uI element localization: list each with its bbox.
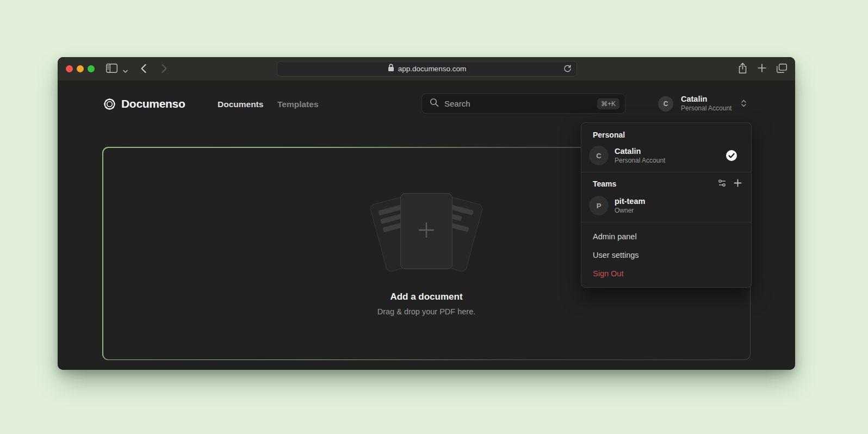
desktop-background: app.documenso.com [0, 0, 868, 434]
account-menu-trigger[interactable]: Catalin Personal Account [681, 95, 731, 112]
sidebar-icon [106, 64, 117, 75]
share-icon [738, 63, 747, 76]
back-chevron-icon [140, 64, 147, 75]
zoom-window-button[interactable] [88, 65, 95, 72]
lock-icon [388, 64, 394, 74]
document-stack-illustration [369, 191, 484, 273]
add-team-button[interactable] [734, 179, 742, 189]
nav-documents[interactable]: Documents [218, 100, 263, 109]
search-icon [430, 98, 439, 109]
address-bar[interactable]: app.documenso.com [277, 61, 577, 77]
document-card-center [400, 193, 452, 269]
plus-icon [734, 179, 742, 189]
new-tab-button[interactable] [758, 64, 766, 74]
personal-avatar: C [589, 146, 609, 165]
tab-overview-button[interactable] [777, 64, 787, 75]
browser-toolbar: app.documenso.com [58, 57, 795, 80]
account-dropdown-menu: Personal C Catalin Personal Account [581, 122, 752, 288]
brand-wordmark[interactable]: Documenso [121, 97, 185, 110]
search-box[interactable]: ⌘+K [421, 94, 625, 114]
refresh-icon [563, 65, 572, 75]
dropzone-subtitle: Drag & drop your PDF here. [377, 307, 476, 316]
tab-group-chevron-button[interactable] [123, 67, 128, 75]
menu-item-sign-out[interactable]: Sign Out [581, 264, 751, 283]
account-avatar[interactable]: C [658, 96, 673, 111]
personal-subtitle: Personal Account [615, 157, 665, 164]
menu-item-admin-panel[interactable]: Admin panel [581, 227, 751, 246]
chevron-down-icon [123, 67, 128, 75]
sidebar-toggle-button[interactable] [106, 64, 117, 75]
team-role: Owner [615, 207, 645, 214]
share-button[interactable] [738, 63, 747, 76]
team-item[interactable]: P pit-team Owner [581, 194, 751, 221]
app-content: Documenso Documents Templates ⌘+K C Cata… [58, 80, 795, 370]
personal-section-label: Personal [581, 128, 751, 144]
account-subtitle: Personal Account [681, 104, 731, 112]
menu-divider [581, 222, 751, 222]
forward-button[interactable] [161, 64, 168, 75]
team-name: pit-team [615, 197, 645, 206]
personal-account-item[interactable]: C Catalin Personal Account [581, 144, 751, 171]
browser-window: app.documenso.com [58, 57, 795, 370]
tabs-icon [777, 64, 787, 75]
team-avatar: P [589, 196, 609, 215]
account-name: Catalin [681, 95, 731, 103]
toolbar-right-group [738, 57, 787, 80]
search-shortcut-badge: ⌘+K [597, 98, 619, 109]
refresh-button[interactable] [563, 65, 572, 75]
back-button[interactable] [140, 64, 147, 75]
selected-check-icon [726, 150, 737, 162]
nav-templates[interactable]: Templates [277, 100, 319, 109]
teams-section-label: Teams [593, 179, 616, 188]
plus-icon [417, 220, 436, 242]
manage-teams-button[interactable] [717, 178, 727, 189]
search-input[interactable] [444, 99, 592, 108]
menu-divider [581, 172, 751, 172]
documenso-logo-icon[interactable] [102, 97, 117, 114]
plus-icon [758, 64, 766, 74]
chevron-up-down-icon[interactable] [740, 99, 747, 110]
dropzone-title: Add a document [390, 292, 462, 302]
menu-item-user-settings[interactable]: User settings [581, 246, 751, 264]
minimize-window-button[interactable] [77, 65, 84, 72]
forward-chevron-icon [161, 64, 168, 75]
personal-name: Catalin [615, 147, 665, 156]
settings-sliders-icon [717, 178, 727, 189]
url-text: app.documenso.com [398, 65, 466, 73]
teams-section-header: Teams [581, 177, 751, 194]
close-window-button[interactable] [66, 65, 73, 72]
